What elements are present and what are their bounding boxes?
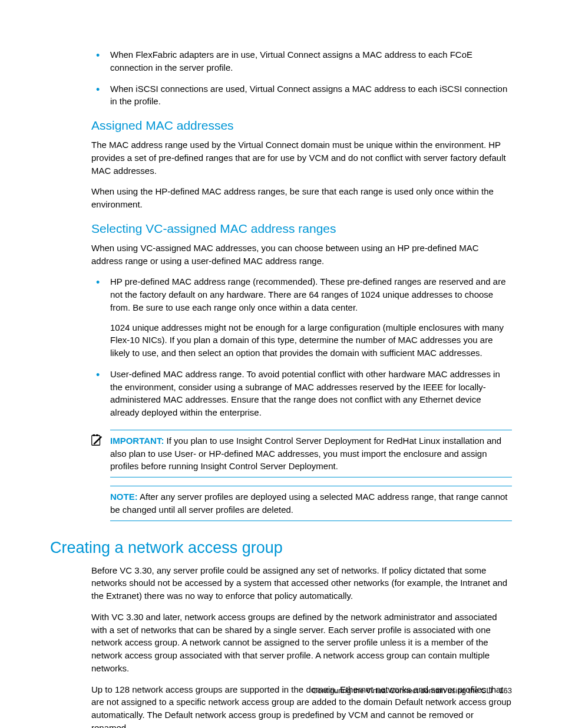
important-callout-wrap: IMPORTANT: If you plan to use Insight Co… [110, 430, 512, 477]
important-icon [90, 434, 103, 447]
paragraph: When using the HP-defined MAC address ra… [91, 185, 512, 211]
important-label: IMPORTANT: [110, 436, 164, 446]
svg-rect-2 [96, 434, 98, 436]
page-number: 163 [499, 686, 512, 695]
page-footer: Configuring the Virtual Connect domain u… [312, 686, 512, 695]
section2-bullet-list: HP pre-defined MAC address range (recomm… [91, 275, 512, 419]
list-item: When iSCSI connections are used, Virtual… [91, 83, 512, 108]
footer-text: Configuring the Virtual Connect domain u… [312, 686, 493, 695]
list-item: User-defined MAC address range. To avoid… [91, 368, 512, 419]
note-callout: NOTE: After any server profiles are depl… [110, 486, 512, 521]
list-item: HP pre-defined MAC address range (recomm… [91, 275, 512, 360]
note-text: After any server profiles are deployed u… [110, 492, 508, 515]
paragraph: The MAC address range used by the Virtua… [91, 139, 512, 177]
page-content: When FlexFabric adapters are in use, Vir… [91, 48, 512, 728]
paragraph: Before VC 3.30, any server profile could… [91, 564, 512, 602]
list-item-text: User-defined MAC address range. To avoid… [110, 369, 500, 417]
note-label: NOTE: [110, 492, 138, 502]
top-bullet-list: When FlexFabric adapters are in use, Vir… [91, 48, 512, 108]
paragraph: With VC 3.30 and later, network access g… [91, 611, 512, 675]
list-item: When FlexFabric adapters are in use, Vir… [91, 48, 512, 74]
sub-paragraph: 1024 unique addresses might not be enoug… [110, 321, 512, 360]
paragraph: When using VC-assigned MAC addresses, yo… [91, 242, 512, 268]
important-text: If you plan to use Insight Control Serve… [110, 436, 501, 472]
note-callout-wrap: NOTE: After any server profiles are depl… [110, 486, 512, 521]
list-item-text: HP pre-defined MAC address range (recomm… [110, 276, 505, 312]
important-callout: IMPORTANT: If you plan to use Insight Co… [110, 430, 512, 477]
heading-selecting-vc: Selecting VC-assigned MAC address ranges [91, 222, 512, 236]
svg-rect-1 [93, 434, 95, 436]
heading-assigned-mac: Assigned MAC addresses [91, 118, 512, 133]
heading-creating-network: Creating a network access group [50, 539, 512, 557]
